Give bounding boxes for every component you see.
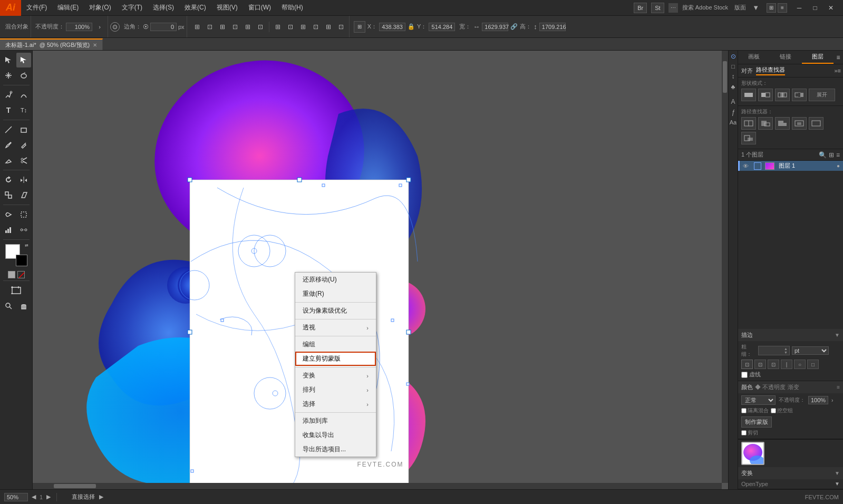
para-icon[interactable]: ƒ [731, 109, 735, 116]
opacity-tp-value[interactable]: 100% [808, 396, 828, 404]
eraser-tool[interactable] [1, 153, 16, 168]
apps-button[interactable]: ⋯ [668, 3, 678, 13]
tab-layers[interactable]: 图层 [802, 51, 834, 64]
type-touch-tool[interactable]: T↕ [16, 103, 31, 118]
stroke-outside-btn[interactable]: ⊡ [768, 360, 779, 369]
stroke-expand-icon[interactable]: ▼ [835, 332, 840, 338]
w-value[interactable]: 1629.937 [482, 23, 508, 31]
trim-btn[interactable] [758, 117, 773, 130]
stock-button[interactable]: St [651, 3, 664, 13]
weight-down-icon[interactable]: ▼ [784, 351, 788, 354]
corner-value[interactable]: 0 [150, 23, 177, 31]
knockout-checkbox[interactable] [771, 408, 776, 413]
weight-input-area[interactable]: ▲ ▼ [758, 346, 790, 355]
rect-tool[interactable] [16, 122, 31, 137]
menu-help[interactable]: 帮助(H) [276, 0, 308, 15]
layers-icon-strip[interactable]: □ [731, 63, 735, 70]
none-icon[interactable] [8, 271, 15, 278]
transform-expand[interactable]: ▼ [835, 470, 840, 476]
stroke-center-btn[interactable]: ⊡ [741, 360, 753, 369]
align-bottom-icon[interactable]: ⊡ [255, 21, 266, 33]
scissors-tool[interactable] [16, 153, 31, 168]
align-right-icon[interactable]: ⊞ [217, 21, 228, 33]
close-button[interactable]: ✕ [823, 0, 839, 16]
swap-colors-icon[interactable]: ⇄ [25, 243, 28, 248]
layer-item-1[interactable]: 👁 图层 1 ● [738, 161, 843, 171]
layer-options-icon[interactable]: ≡ [836, 151, 840, 159]
crop-btn[interactable] [792, 117, 807, 130]
cc-libraries-icon[interactable]: ♣ [731, 83, 735, 91]
chart-tool[interactable] [1, 222, 16, 237]
isolate-checkbox[interactable] [741, 408, 747, 413]
ctx-perspective[interactable]: 透视› [295, 321, 376, 335]
ctx-redo[interactable]: 重做(R) [295, 287, 376, 301]
panel-list-icon[interactable]: ≡ [778, 3, 787, 13]
line-tool[interactable] [1, 122, 16, 137]
layout-arrow[interactable]: ▼ [752, 4, 759, 12]
menu-object[interactable]: 对象(O) [84, 0, 116, 15]
menu-edit[interactable]: 编辑(E) [52, 0, 84, 15]
ctx-group[interactable]: 编组 [295, 337, 376, 352]
paintbrush-tool[interactable] [1, 138, 16, 152]
char-icon[interactable]: A [731, 98, 735, 105]
free-transform-tool[interactable] [16, 207, 31, 222]
opacity-value[interactable]: 100% [66, 23, 92, 31]
tab-links[interactable]: 链接 [770, 51, 801, 64]
menu-effect[interactable]: 效果(C) [179, 0, 211, 15]
distribute-h3-icon[interactable]: ⊞ [323, 21, 334, 33]
ctx-arrange[interactable]: 排列› [295, 383, 376, 397]
menu-file[interactable]: 文件(F) [21, 0, 52, 15]
align-tab-label[interactable]: 对齐 [741, 67, 753, 75]
layer-search-icon[interactable]: 🔍 [819, 151, 827, 159]
opacity-arrow[interactable]: › [831, 398, 833, 403]
style-icon[interactable]: ⊙ [110, 22, 120, 32]
ctx-undo[interactable]: 还原移动(U) [295, 273, 376, 287]
warp-tool[interactable] [1, 207, 16, 222]
curvature-tool[interactable] [16, 88, 31, 102]
panel-menu-icon[interactable]: ≡ [834, 51, 843, 64]
pencil-tool[interactable] [16, 138, 31, 152]
y-value[interactable]: 514.284 [429, 23, 455, 31]
doc-tab-main[interactable]: 未标题-1.ai* @ 50% (RGB/预览) ✕ [0, 38, 103, 50]
panel-menu2-icon[interactable]: ≡ [838, 67, 841, 74]
distribute-v3-icon[interactable]: ⊡ [335, 21, 347, 33]
panel-grid-icon[interactable]: ⊞ [767, 3, 776, 13]
hand-tool[interactable] [16, 298, 31, 313]
ctx-select[interactable]: 选择› [295, 397, 376, 411]
horizontal-scrollbar[interactable] [33, 483, 722, 489]
opacity-tab[interactable]: ◆ 不透明度 [755, 383, 786, 391]
x-value[interactable]: 438.383 [379, 23, 405, 31]
search-stock[interactable]: 搜索 Adobe Stock [682, 4, 728, 12]
minimize-button[interactable]: ─ [791, 0, 807, 16]
color-tab[interactable]: 颜色 [741, 383, 753, 391]
menu-view[interactable]: 视图(V) [211, 0, 243, 15]
dashed-checkbox[interactable] [741, 372, 748, 378]
zoom-tool[interactable] [1, 298, 16, 313]
direct-selection-tool[interactable] [16, 53, 31, 67]
shear-tool[interactable] [16, 188, 31, 202]
minus-back-btn[interactable] [741, 132, 756, 144]
menu-text[interactable]: 文字(T) [117, 0, 148, 15]
canvas-area[interactable]: FEVTE.COM 还原移动(U) 重做(R) 设为像素级优化 透视› 编组 建… [33, 51, 728, 489]
reflect-tool[interactable] [16, 172, 31, 187]
distribute-h-icon[interactable]: ⊞ [272, 21, 284, 33]
transform-grid-icon[interactable]: ⊞ [354, 21, 365, 33]
h-value[interactable]: 1709.216 [539, 23, 566, 31]
opentype-icon[interactable]: Aa [730, 119, 737, 125]
align-center-icon[interactable]: ⊡ [204, 21, 216, 33]
intersect-btn[interactable] [775, 89, 790, 101]
ctx-transform[interactable]: 变换› [295, 369, 376, 383]
outline-btn[interactable] [809, 117, 823, 130]
menu-window[interactable]: 窗口(W) [243, 0, 276, 15]
artboard-tool[interactable] [4, 283, 28, 298]
distribute-v2-icon[interactable]: ⊡ [310, 21, 322, 33]
doc-tab-close-icon[interactable]: ✕ [93, 42, 97, 48]
stroke-inside-btn[interactable]: ⊡ [754, 360, 766, 369]
gradient-tab[interactable]: 渐变 [788, 383, 799, 391]
expand-icon[interactable]: ≡ [837, 384, 840, 390]
bridge-button[interactable]: Br [634, 3, 647, 13]
tool-arrow[interactable]: ▶ [99, 493, 103, 500]
distribute-h2-icon[interactable]: ⊞ [297, 21, 309, 33]
blend-tool[interactable] [16, 222, 31, 237]
stroke-round-cap-btn[interactable]: ○ [794, 360, 806, 369]
